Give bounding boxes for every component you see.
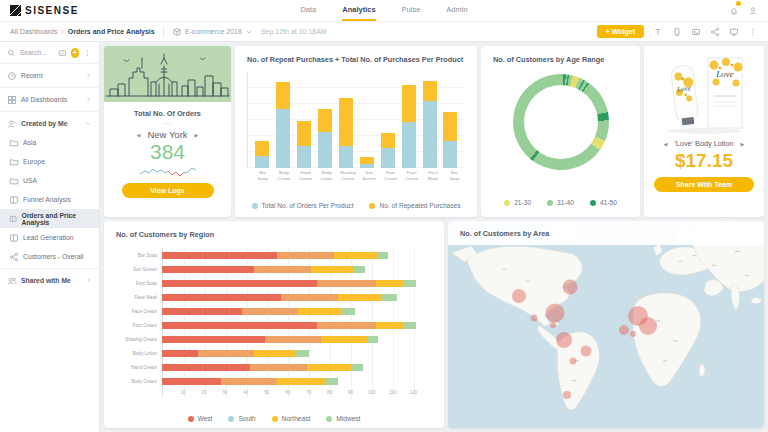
sidebar-menu-icon[interactable]	[83, 48, 92, 58]
bar-segment-west[interactable]	[162, 252, 277, 259]
legend-item-41-50[interactable]: 41-50	[590, 199, 617, 206]
legend-item-21-30[interactable]: 21-30	[504, 199, 531, 206]
tab-data[interactable]: Data	[300, 0, 316, 21]
bar-segment-south[interactable]	[265, 336, 322, 343]
bar-segment-west[interactable]	[162, 294, 281, 301]
bar-segment-midwest[interactable]	[382, 294, 397, 301]
map-bubble[interactable]	[581, 346, 592, 357]
notifications-button[interactable]	[729, 2, 739, 20]
search-input[interactable]	[20, 49, 54, 56]
bar-segment-northeast[interactable]	[334, 252, 378, 259]
bar-face-mask[interactable]	[423, 72, 437, 168]
bar-shaving-cream[interactable]	[339, 72, 353, 168]
map-bubble[interactable]	[550, 322, 556, 328]
bar-segment-midwest[interactable]	[351, 364, 364, 371]
bar-segment-west[interactable]	[162, 364, 250, 371]
add-widget-button[interactable]: + Widget	[597, 25, 644, 38]
bar-segment-midwest[interactable]	[367, 336, 377, 343]
bar-sun-screen[interactable]	[360, 72, 374, 168]
legend-item-31-40[interactable]: 31-40	[547, 199, 574, 206]
sisense-logo[interactable]: SISENSE	[10, 5, 160, 16]
tab-pulse[interactable]: Pulse	[402, 0, 421, 21]
bar-segment-northeast[interactable]	[254, 350, 296, 357]
sidebar-item-created-by-me[interactable]: Created by Me	[0, 114, 99, 133]
chevron-down-icon[interactable]	[245, 28, 253, 36]
sidebar-item-recent[interactable]: Recent	[0, 66, 99, 85]
map-bubble[interactable]	[562, 280, 577, 295]
bar-segment-midwest[interactable]	[378, 252, 388, 259]
legend-item-orders[interactable]: Total No. of Orders Per Product	[252, 202, 354, 209]
add-dashboard-button[interactable]: +	[71, 48, 80, 58]
legend-item-northeast[interactable]: Northeast	[272, 415, 311, 422]
bar-segment-northeast[interactable]	[338, 294, 382, 301]
map-bubble[interactable]	[639, 317, 657, 335]
donut-chart[interactable]	[513, 74, 609, 170]
bar-bar-soap[interactable]	[443, 72, 457, 168]
map-bubble[interactable]	[546, 303, 565, 322]
bar-segment-west[interactable]	[162, 280, 317, 287]
bar-segment-midwest[interactable]	[342, 308, 355, 315]
bar-foot-cream[interactable]	[381, 72, 395, 168]
new-folder-icon[interactable]	[58, 48, 67, 58]
sidebar-item-lead-generation[interactable]: Lead Generation	[0, 228, 99, 247]
bar-segment-northeast[interactable]	[376, 322, 403, 329]
bar-segment-northeast[interactable]	[311, 266, 353, 273]
tab-analytics[interactable]: Analytics	[342, 0, 375, 21]
sidebar-item-usa[interactable]: USA	[0, 171, 99, 190]
bar-hand-cream[interactable]	[297, 72, 311, 168]
map-bubble[interactable]	[530, 314, 537, 321]
map-bubble[interactable]	[619, 325, 629, 335]
more-options-icon[interactable]	[748, 27, 758, 37]
map-bubble[interactable]	[512, 289, 526, 303]
next-arrow-icon[interactable]: ▶	[195, 132, 199, 138]
bar-segment-northeast[interactable]	[307, 364, 351, 371]
bar-body-cream[interactable]	[276, 72, 290, 168]
tv-mode-icon[interactable]	[729, 27, 739, 37]
bar-segment-midwest[interactable]	[403, 322, 416, 329]
bar-segment-south[interactable]	[317, 322, 376, 329]
map-bubble[interactable]	[563, 391, 571, 399]
bar-segment-south[interactable]	[277, 252, 334, 259]
map-bubble[interactable]	[569, 358, 576, 365]
bar-bar-soap[interactable]	[255, 72, 269, 168]
prev-arrow-icon[interactable]: ◀	[664, 141, 668, 147]
user-menu-button[interactable]	[748, 2, 758, 20]
bar-segment-west[interactable]	[162, 350, 198, 357]
bar-segment-midwest[interactable]	[325, 378, 338, 385]
legend-item-midwest[interactable]: Midwest	[326, 415, 360, 422]
bar-segment-west[interactable]	[162, 336, 265, 343]
bar-segment-west[interactable]	[162, 266, 254, 273]
bar-body-lotion[interactable]	[318, 72, 332, 168]
bar-segment-northeast[interactable]	[277, 378, 325, 385]
sidebar-item-orders-and-price-analysis[interactable]: Orders and Price Analysis	[0, 209, 99, 228]
map-bubble[interactable]	[630, 331, 636, 337]
bar-segment-south[interactable]	[254, 266, 311, 273]
bar-segment-northeast[interactable]	[376, 280, 403, 287]
bar-segment-west[interactable]	[162, 308, 242, 315]
bar-segment-south[interactable]	[250, 364, 307, 371]
text-tool-icon[interactable]	[653, 27, 663, 37]
sidebar-item-europe[interactable]: Europe	[0, 152, 99, 171]
legend-item-south[interactable]: South	[228, 415, 255, 422]
bar-segment-northeast[interactable]	[321, 336, 367, 343]
mobile-preview-icon[interactable]	[672, 27, 682, 37]
legend-item-repeated[interactable]: No. of Repeated Purchases	[369, 202, 460, 209]
sidebar-item-customers-overall[interactable]: Customers - Overall	[0, 247, 99, 266]
legend-item-west[interactable]: West	[188, 415, 213, 422]
share-with-team-button[interactable]: Share With Team	[654, 177, 754, 192]
prev-arrow-icon[interactable]: ◀	[137, 132, 141, 138]
tab-admin[interactable]: Admin	[446, 0, 467, 21]
sidebar-item-shared-with-me[interactable]: Shared with Me	[0, 271, 99, 290]
map-bubble[interactable]	[556, 332, 572, 348]
sidebar-item-all-dashboards[interactable]: All Dashboards	[0, 90, 99, 109]
bar-face-cream[interactable]	[402, 72, 416, 168]
next-arrow-icon[interactable]: ▶	[741, 141, 745, 147]
breadcrumb-root[interactable]: All Dashboards	[10, 28, 57, 35]
view-logs-button[interactable]: View Logs	[122, 183, 214, 198]
bar-segment-northeast[interactable]	[298, 308, 342, 315]
share-icon[interactable]	[710, 27, 720, 37]
datasource-selector[interactable]: E-commerce 2018	[185, 28, 242, 35]
bar-segment-midwest[interactable]	[296, 350, 309, 357]
bar-segment-west[interactable]	[162, 322, 317, 329]
bar-segment-south[interactable]	[281, 294, 338, 301]
